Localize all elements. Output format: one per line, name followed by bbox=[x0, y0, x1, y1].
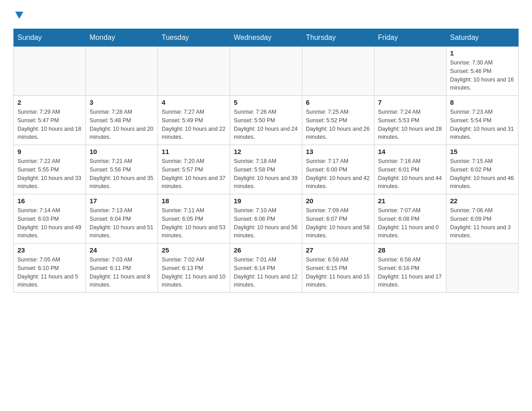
day-number: 9 bbox=[17, 148, 82, 155]
day-info: Sunrise: 7:24 AMSunset: 5:53 PMDaylight:… bbox=[378, 108, 442, 141]
calendar-cell: 11Sunrise: 7:20 AMSunset: 5:57 PMDayligh… bbox=[158, 145, 230, 194]
svg-marker-0 bbox=[15, 12, 23, 19]
page-header bbox=[13, 9, 519, 20]
day-number: 26 bbox=[234, 246, 298, 254]
day-info: Sunrise: 7:13 AMSunset: 6:04 PMDaylight:… bbox=[90, 206, 154, 240]
day-number: 1 bbox=[450, 49, 515, 57]
calendar-cell: 28Sunrise: 6:58 AMSunset: 6:16 PMDayligh… bbox=[374, 244, 446, 293]
day-number: 15 bbox=[450, 148, 515, 155]
day-number: 14 bbox=[378, 148, 442, 155]
day-number: 24 bbox=[90, 246, 154, 254]
day-info: Sunrise: 7:30 AMSunset: 5:46 PMDaylight:… bbox=[450, 59, 515, 92]
calendar-day-header: Tuesday bbox=[158, 29, 230, 47]
day-info: Sunrise: 7:21 AMSunset: 5:56 PMDaylight:… bbox=[90, 157, 154, 191]
calendar-cell bbox=[14, 47, 86, 96]
calendar-cell: 12Sunrise: 7:18 AMSunset: 5:58 PMDayligh… bbox=[230, 145, 302, 194]
calendar-week-row: 1Sunrise: 7:30 AMSunset: 5:46 PMDaylight… bbox=[14, 47, 519, 96]
calendar-cell: 18Sunrise: 7:11 AMSunset: 6:05 PMDayligh… bbox=[158, 194, 230, 244]
calendar-cell bbox=[230, 47, 302, 96]
calendar-cell: 7Sunrise: 7:24 AMSunset: 5:53 PMDaylight… bbox=[374, 96, 446, 145]
calendar-week-row: 2Sunrise: 7:29 AMSunset: 5:47 PMDaylight… bbox=[14, 96, 519, 145]
day-number: 16 bbox=[17, 197, 82, 205]
day-info: Sunrise: 7:26 AMSunset: 5:50 PMDaylight:… bbox=[234, 108, 298, 141]
day-number: 8 bbox=[450, 98, 515, 106]
day-number: 12 bbox=[234, 148, 298, 155]
calendar-cell: 23Sunrise: 7:05 AMSunset: 6:10 PMDayligh… bbox=[14, 244, 86, 293]
day-number: 13 bbox=[306, 148, 370, 155]
calendar-cell: 15Sunrise: 7:15 AMSunset: 6:02 PMDayligh… bbox=[446, 145, 519, 194]
calendar-day-header: Thursday bbox=[302, 29, 374, 47]
day-info: Sunrise: 7:06 AMSunset: 6:09 PMDaylight:… bbox=[450, 206, 515, 240]
calendar-table: SundayMondayTuesdayWednesdayThursdayFrid… bbox=[13, 29, 519, 293]
calendar-cell: 21Sunrise: 7:07 AMSunset: 6:08 PMDayligh… bbox=[374, 194, 446, 244]
day-info: Sunrise: 7:18 AMSunset: 5:58 PMDaylight:… bbox=[234, 157, 298, 191]
day-info: Sunrise: 7:17 AMSunset: 6:00 PMDaylight:… bbox=[306, 157, 370, 191]
day-number: 25 bbox=[162, 246, 226, 254]
calendar-day-header: Monday bbox=[86, 29, 158, 47]
day-info: Sunrise: 7:23 AMSunset: 5:54 PMDaylight:… bbox=[450, 108, 515, 141]
calendar-cell: 4Sunrise: 7:27 AMSunset: 5:49 PMDaylight… bbox=[158, 96, 230, 145]
day-info: Sunrise: 7:07 AMSunset: 6:08 PMDaylight:… bbox=[378, 206, 442, 240]
day-info: Sunrise: 7:27 AMSunset: 5:49 PMDaylight:… bbox=[162, 108, 226, 141]
day-info: Sunrise: 7:15 AMSunset: 6:02 PMDaylight:… bbox=[450, 157, 515, 191]
calendar-cell: 27Sunrise: 6:59 AMSunset: 6:15 PMDayligh… bbox=[302, 244, 374, 293]
calendar-day-header: Wednesday bbox=[230, 29, 302, 47]
calendar-cell: 22Sunrise: 7:06 AMSunset: 6:09 PMDayligh… bbox=[446, 194, 519, 244]
day-number: 6 bbox=[306, 98, 370, 106]
calendar-week-row: 9Sunrise: 7:22 AMSunset: 5:55 PMDaylight… bbox=[14, 145, 519, 194]
day-info: Sunrise: 7:16 AMSunset: 6:01 PMDaylight:… bbox=[378, 157, 442, 191]
day-info: Sunrise: 7:25 AMSunset: 5:52 PMDaylight:… bbox=[306, 108, 370, 141]
calendar-cell: 1Sunrise: 7:30 AMSunset: 5:46 PMDaylight… bbox=[446, 47, 519, 96]
day-number: 18 bbox=[162, 197, 226, 205]
logo bbox=[13, 9, 24, 20]
calendar-cell: 2Sunrise: 7:29 AMSunset: 5:47 PMDaylight… bbox=[14, 96, 86, 145]
calendar-cell: 8Sunrise: 7:23 AMSunset: 5:54 PMDaylight… bbox=[446, 96, 519, 145]
calendar-day-header: Friday bbox=[374, 29, 446, 47]
day-info: Sunrise: 7:10 AMSunset: 6:06 PMDaylight:… bbox=[234, 206, 298, 240]
calendar-cell: 3Sunrise: 7:28 AMSunset: 5:48 PMDaylight… bbox=[86, 96, 158, 145]
day-number: 4 bbox=[162, 98, 226, 106]
calendar-cell: 9Sunrise: 7:22 AMSunset: 5:55 PMDaylight… bbox=[14, 145, 86, 194]
day-number: 17 bbox=[90, 197, 154, 205]
calendar-cell bbox=[374, 47, 446, 96]
calendar-cell: 6Sunrise: 7:25 AMSunset: 5:52 PMDaylight… bbox=[302, 96, 374, 145]
day-number: 5 bbox=[234, 98, 298, 106]
calendar-header-row: SundayMondayTuesdayWednesdayThursdayFrid… bbox=[14, 29, 519, 47]
calendar-cell: 14Sunrise: 7:16 AMSunset: 6:01 PMDayligh… bbox=[374, 145, 446, 194]
logo-triangle-icon bbox=[14, 10, 24, 20]
calendar-cell: 19Sunrise: 7:10 AMSunset: 6:06 PMDayligh… bbox=[230, 194, 302, 244]
day-info: Sunrise: 7:01 AMSunset: 6:14 PMDaylight:… bbox=[234, 256, 298, 289]
calendar-cell bbox=[302, 47, 374, 96]
calendar-cell: 5Sunrise: 7:26 AMSunset: 5:50 PMDaylight… bbox=[230, 96, 302, 145]
day-info: Sunrise: 7:22 AMSunset: 5:55 PMDaylight:… bbox=[17, 157, 82, 191]
day-info: Sunrise: 6:59 AMSunset: 6:15 PMDaylight:… bbox=[306, 256, 370, 289]
day-number: 22 bbox=[450, 197, 515, 205]
day-info: Sunrise: 7:14 AMSunset: 6:03 PMDaylight:… bbox=[17, 206, 82, 240]
calendar-cell bbox=[446, 244, 519, 293]
day-number: 21 bbox=[378, 197, 442, 205]
day-info: Sunrise: 7:03 AMSunset: 6:11 PMDaylight:… bbox=[90, 256, 154, 289]
day-number: 10 bbox=[90, 148, 154, 155]
calendar-cell: 24Sunrise: 7:03 AMSunset: 6:11 PMDayligh… bbox=[86, 244, 158, 293]
day-number: 7 bbox=[378, 98, 442, 106]
day-number: 2 bbox=[17, 98, 82, 106]
day-number: 28 bbox=[378, 246, 442, 254]
calendar-cell: 25Sunrise: 7:02 AMSunset: 6:13 PMDayligh… bbox=[158, 244, 230, 293]
calendar-cell: 13Sunrise: 7:17 AMSunset: 6:00 PMDayligh… bbox=[302, 145, 374, 194]
day-number: 11 bbox=[162, 148, 226, 155]
calendar-cell: 20Sunrise: 7:09 AMSunset: 6:07 PMDayligh… bbox=[302, 194, 374, 244]
day-number: 3 bbox=[90, 98, 154, 106]
day-info: Sunrise: 7:11 AMSunset: 6:05 PMDaylight:… bbox=[162, 206, 226, 240]
day-number: 19 bbox=[234, 197, 298, 205]
calendar-cell: 10Sunrise: 7:21 AMSunset: 5:56 PMDayligh… bbox=[86, 145, 158, 194]
day-info: Sunrise: 7:09 AMSunset: 6:07 PMDaylight:… bbox=[306, 206, 370, 240]
day-info: Sunrise: 7:28 AMSunset: 5:48 PMDaylight:… bbox=[90, 108, 154, 141]
calendar-day-header: Sunday bbox=[14, 29, 86, 47]
calendar-cell: 16Sunrise: 7:14 AMSunset: 6:03 PMDayligh… bbox=[14, 194, 86, 244]
calendar-cell: 17Sunrise: 7:13 AMSunset: 6:04 PMDayligh… bbox=[86, 194, 158, 244]
day-number: 27 bbox=[306, 246, 370, 254]
calendar-cell: 26Sunrise: 7:01 AMSunset: 6:14 PMDayligh… bbox=[230, 244, 302, 293]
day-info: Sunrise: 7:05 AMSunset: 6:10 PMDaylight:… bbox=[17, 256, 82, 289]
calendar-cell bbox=[86, 47, 158, 96]
day-number: 23 bbox=[17, 246, 82, 254]
